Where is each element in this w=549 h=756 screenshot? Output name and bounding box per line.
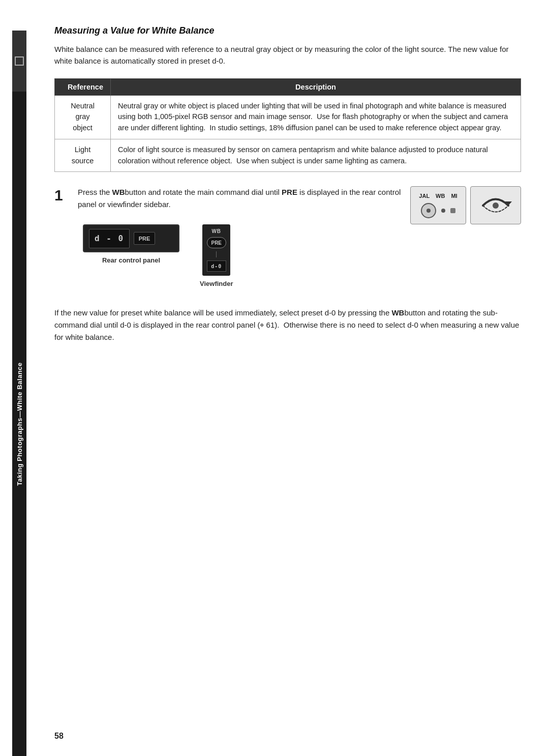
bottom-paragraph: If the new value for preset white balanc… [54, 307, 521, 343]
page-number: 58 [54, 732, 64, 741]
wb-cam-label: WB [436, 193, 445, 199]
wb-bold-bottom: WB [391, 308, 404, 317]
rotate-arrow-svg [475, 190, 516, 221]
intro-paragraph: White balance can be measured with refer… [54, 43, 521, 67]
col-description: Description [111, 78, 521, 95]
step1-wrapper: 1 Press the WBbutton and rotate the main… [54, 186, 521, 302]
section-title: Measuring a Value for White Balance [54, 25, 521, 36]
camera-top-labels: JAL WB MI [419, 193, 457, 199]
viewfinder-body: WB PRE d-0 [202, 224, 230, 276]
step-number-text: 1 [54, 187, 63, 203]
small-button [441, 209, 445, 213]
panel-pre-display: PRE [134, 232, 155, 245]
ref-cell-neutral: Neutralgrayobject [55, 95, 111, 139]
rear-panel-label: Rear control panel [102, 256, 160, 264]
sidebar-tab-icon [12, 31, 26, 92]
viewfinder-diagram: WB PRE d-0 Viewfinder [200, 224, 233, 287]
viewfinder-label: Viewfinder [200, 280, 233, 287]
desc-cell-neutral: Neutral gray or white object is placed u… [111, 95, 521, 139]
sidebar-text: Taking Photographs—White Balance [16, 362, 23, 486]
ref-cell-light: Lightsource [55, 139, 111, 172]
table-row: Neutralgrayobject Neutral gray or white … [55, 95, 521, 139]
main-content: Measuring a Value for White Balance Whit… [26, 0, 549, 756]
vf-wb-label: WB [211, 228, 221, 234]
camera-images: JAL WB MI [410, 186, 521, 224]
vf-line [216, 251, 217, 257]
wb-label: WB [112, 188, 125, 196]
jal-label: JAL [419, 193, 430, 199]
camera-icon [15, 56, 24, 66]
desc-cell-light: Color of light source is measured by sen… [111, 139, 521, 172]
step1-inner: Press the WBbutton and rotate the main c… [78, 186, 521, 224]
rear-panel-diagram: d - 0 PRE Rear control panel [83, 224, 179, 264]
small-control [450, 208, 455, 213]
diagrams-row: d - 0 PRE Rear control panel WB PRE d-0 … [83, 224, 521, 287]
step1-number: 1 [54, 186, 69, 205]
pre-label: PRE [282, 188, 297, 196]
dial-circle-1 [421, 203, 436, 218]
camera-dials [421, 203, 455, 218]
sidebar: Taking Photographs—White Balance [0, 0, 26, 756]
col-reference: Reference [55, 78, 111, 95]
rear-panel-display: d - 0 PRE [83, 224, 179, 252]
sidebar-rotated-label: Taking Photographs—White Balance [12, 92, 26, 756]
reference-table: Reference Description Neutralgrayobject … [54, 78, 521, 172]
step1-text: Press the WBbutton and rotate the main c… [78, 186, 401, 211]
svg-point-1 [493, 202, 499, 209]
camera-rotate-diagram [470, 186, 521, 224]
mi-label: MI [451, 193, 457, 199]
panel-d0-display: d - 0 [89, 229, 130, 248]
step1-content: Press the WBbutton and rotate the main c… [78, 186, 521, 302]
vf-pre-display: PRE [207, 237, 226, 248]
camera-controls-diagram: JAL WB MI [410, 186, 466, 224]
table-row: Lightsource Color of light source is mea… [55, 139, 521, 172]
vf-d0-display: d-0 [207, 260, 226, 272]
